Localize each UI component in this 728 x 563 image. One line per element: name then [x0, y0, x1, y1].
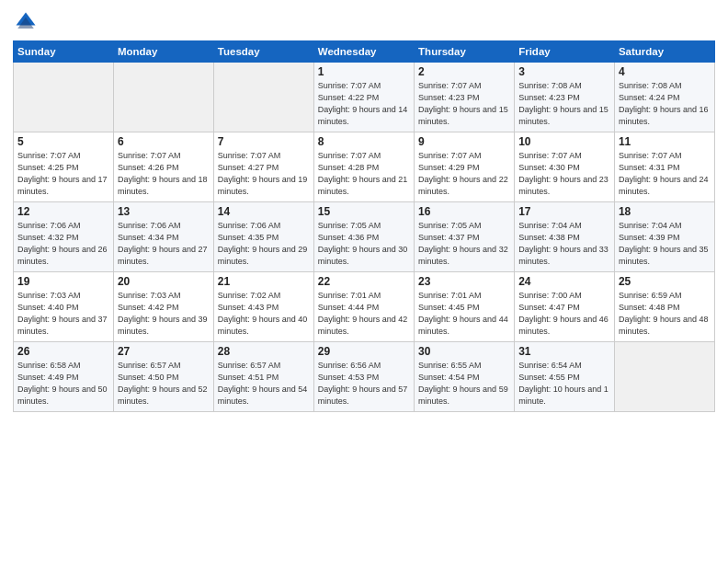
day-info: Sunrise: 7:07 AMSunset: 4:23 PMDaylight:… [418, 80, 510, 128]
calendar-cell: 14Sunrise: 7:06 AMSunset: 4:35 PMDayligh… [213, 202, 313, 272]
day-number: 6 [118, 135, 210, 148]
day-number: 23 [418, 275, 510, 288]
day-info: Sunrise: 6:54 AMSunset: 4:55 PMDaylight:… [518, 360, 610, 408]
day-number: 24 [518, 275, 610, 288]
calendar-cell: 6Sunrise: 7:07 AMSunset: 4:26 PMDaylight… [113, 132, 213, 202]
calendar-cell: 15Sunrise: 7:05 AMSunset: 4:36 PMDayligh… [313, 202, 414, 272]
calendar-cell: 29Sunrise: 6:56 AMSunset: 4:53 PMDayligh… [313, 342, 414, 412]
calendar-cell: 26Sunrise: 6:58 AMSunset: 4:49 PMDayligh… [14, 342, 114, 412]
day-info: Sunrise: 7:07 AMSunset: 4:31 PMDaylight:… [619, 150, 711, 198]
calendar-cell [614, 342, 714, 412]
day-info: Sunrise: 6:56 AMSunset: 4:53 PMDaylight:… [318, 360, 410, 408]
calendar-cell: 31Sunrise: 6:54 AMSunset: 4:55 PMDayligh… [515, 342, 615, 412]
week-row-1: 1Sunrise: 7:07 AMSunset: 4:22 PMDaylight… [14, 63, 715, 132]
day-number: 25 [619, 275, 711, 288]
day-info: Sunrise: 6:59 AMSunset: 4:48 PMDaylight:… [619, 290, 711, 338]
day-info: Sunrise: 7:04 AMSunset: 4:39 PMDaylight:… [619, 220, 711, 268]
day-number: 8 [318, 135, 410, 148]
day-number: 11 [619, 135, 711, 148]
calendar-cell: 12Sunrise: 7:06 AMSunset: 4:32 PMDayligh… [14, 202, 114, 272]
calendar-cell: 4Sunrise: 7:08 AMSunset: 4:24 PMDaylight… [614, 63, 714, 132]
day-number: 2 [418, 65, 510, 78]
calendar-cell [113, 63, 213, 132]
calendar-cell: 3Sunrise: 7:08 AMSunset: 4:23 PMDaylight… [515, 63, 615, 132]
day-info: Sunrise: 7:07 AMSunset: 4:30 PMDaylight:… [518, 150, 610, 198]
calendar-cell [213, 63, 313, 132]
calendar-cell: 28Sunrise: 6:57 AMSunset: 4:51 PMDayligh… [213, 342, 313, 412]
day-info: Sunrise: 7:07 AMSunset: 4:28 PMDaylight:… [318, 150, 410, 198]
day-info: Sunrise: 7:06 AMSunset: 4:32 PMDaylight:… [17, 220, 109, 268]
day-number: 27 [118, 345, 210, 358]
calendar-cell: 24Sunrise: 7:00 AMSunset: 4:47 PMDayligh… [515, 272, 615, 342]
calendar-cell: 9Sunrise: 7:07 AMSunset: 4:29 PMDaylight… [415, 132, 515, 202]
page-header [13, 9, 715, 35]
calendar-cell: 17Sunrise: 7:04 AMSunset: 4:38 PMDayligh… [515, 202, 615, 272]
day-info: Sunrise: 6:57 AMSunset: 4:50 PMDaylight:… [118, 360, 210, 408]
day-number: 26 [17, 345, 109, 358]
calendar-cell: 20Sunrise: 7:03 AMSunset: 4:42 PMDayligh… [113, 272, 213, 342]
day-info: Sunrise: 6:55 AMSunset: 4:54 PMDaylight:… [418, 360, 510, 408]
week-row-3: 12Sunrise: 7:06 AMSunset: 4:32 PMDayligh… [14, 202, 715, 272]
calendar-cell: 18Sunrise: 7:04 AMSunset: 4:39 PMDayligh… [614, 202, 714, 272]
day-number: 12 [17, 205, 109, 218]
calendar-cell: 5Sunrise: 7:07 AMSunset: 4:25 PMDaylight… [14, 132, 114, 202]
day-number: 21 [218, 275, 310, 288]
day-number: 1 [318, 65, 410, 78]
calendar-cell: 23Sunrise: 7:01 AMSunset: 4:45 PMDayligh… [415, 272, 515, 342]
day-number: 30 [418, 345, 510, 358]
day-number: 20 [118, 275, 210, 288]
day-info: Sunrise: 7:08 AMSunset: 4:24 PMDaylight:… [619, 80, 711, 128]
day-number: 28 [218, 345, 310, 358]
calendar-cell: 1Sunrise: 7:07 AMSunset: 4:22 PMDaylight… [313, 63, 414, 132]
weekday-saturday: Saturday [614, 41, 714, 63]
calendar-cell: 11Sunrise: 7:07 AMSunset: 4:31 PMDayligh… [614, 132, 714, 202]
calendar-cell: 22Sunrise: 7:01 AMSunset: 4:44 PMDayligh… [313, 272, 414, 342]
day-number: 4 [619, 65, 711, 78]
calendar-cell: 30Sunrise: 6:55 AMSunset: 4:54 PMDayligh… [415, 342, 515, 412]
weekday-wednesday: Wednesday [313, 41, 414, 63]
day-info: Sunrise: 7:07 AMSunset: 4:29 PMDaylight:… [418, 150, 510, 198]
day-info: Sunrise: 7:07 AMSunset: 4:22 PMDaylight:… [318, 80, 410, 128]
day-info: Sunrise: 7:06 AMSunset: 4:35 PMDaylight:… [218, 220, 310, 268]
day-info: Sunrise: 6:57 AMSunset: 4:51 PMDaylight:… [218, 360, 310, 408]
weekday-header-row: SundayMondayTuesdayWednesdayThursdayFrid… [14, 41, 715, 63]
day-number: 17 [518, 205, 610, 218]
day-info: Sunrise: 7:03 AMSunset: 4:42 PMDaylight:… [118, 290, 210, 338]
calendar-table: SundayMondayTuesdayWednesdayThursdayFrid… [13, 40, 715, 412]
calendar-cell [14, 63, 114, 132]
calendar-cell: 25Sunrise: 6:59 AMSunset: 4:48 PMDayligh… [614, 272, 714, 342]
logo [13, 9, 42, 35]
day-number: 13 [118, 205, 210, 218]
weekday-sunday: Sunday [14, 41, 114, 63]
calendar-cell: 27Sunrise: 6:57 AMSunset: 4:50 PMDayligh… [113, 342, 213, 412]
day-number: 16 [418, 205, 510, 218]
day-info: Sunrise: 7:07 AMSunset: 4:25 PMDaylight:… [17, 150, 109, 198]
day-info: Sunrise: 7:04 AMSunset: 4:38 PMDaylight:… [518, 220, 610, 268]
day-info: Sunrise: 7:07 AMSunset: 4:26 PMDaylight:… [118, 150, 210, 198]
day-info: Sunrise: 7:01 AMSunset: 4:45 PMDaylight:… [418, 290, 510, 338]
day-info: Sunrise: 7:02 AMSunset: 4:43 PMDaylight:… [218, 290, 310, 338]
day-number: 3 [518, 65, 610, 78]
weekday-thursday: Thursday [415, 41, 515, 63]
day-info: Sunrise: 7:00 AMSunset: 4:47 PMDaylight:… [518, 290, 610, 338]
calendar-cell: 8Sunrise: 7:07 AMSunset: 4:28 PMDaylight… [313, 132, 414, 202]
day-number: 10 [518, 135, 610, 148]
day-info: Sunrise: 7:06 AMSunset: 4:34 PMDaylight:… [118, 220, 210, 268]
day-info: Sunrise: 7:01 AMSunset: 4:44 PMDaylight:… [318, 290, 410, 338]
day-info: Sunrise: 7:07 AMSunset: 4:27 PMDaylight:… [218, 150, 310, 198]
week-row-4: 19Sunrise: 7:03 AMSunset: 4:40 PMDayligh… [14, 272, 715, 342]
day-info: Sunrise: 7:03 AMSunset: 4:40 PMDaylight:… [17, 290, 109, 338]
day-number: 22 [318, 275, 410, 288]
weekday-friday: Friday [515, 41, 615, 63]
calendar-cell: 19Sunrise: 7:03 AMSunset: 4:40 PMDayligh… [14, 272, 114, 342]
calendar-cell: 13Sunrise: 7:06 AMSunset: 4:34 PMDayligh… [113, 202, 213, 272]
week-row-5: 26Sunrise: 6:58 AMSunset: 4:49 PMDayligh… [14, 342, 715, 412]
day-number: 14 [218, 205, 310, 218]
calendar-cell: 2Sunrise: 7:07 AMSunset: 4:23 PMDaylight… [415, 63, 515, 132]
day-number: 5 [17, 135, 109, 148]
calendar-cell: 21Sunrise: 7:02 AMSunset: 4:43 PMDayligh… [213, 272, 313, 342]
day-number: 9 [418, 135, 510, 148]
day-info: Sunrise: 6:58 AMSunset: 4:49 PMDaylight:… [17, 360, 109, 408]
day-number: 15 [318, 205, 410, 218]
calendar-cell: 10Sunrise: 7:07 AMSunset: 4:30 PMDayligh… [515, 132, 615, 202]
